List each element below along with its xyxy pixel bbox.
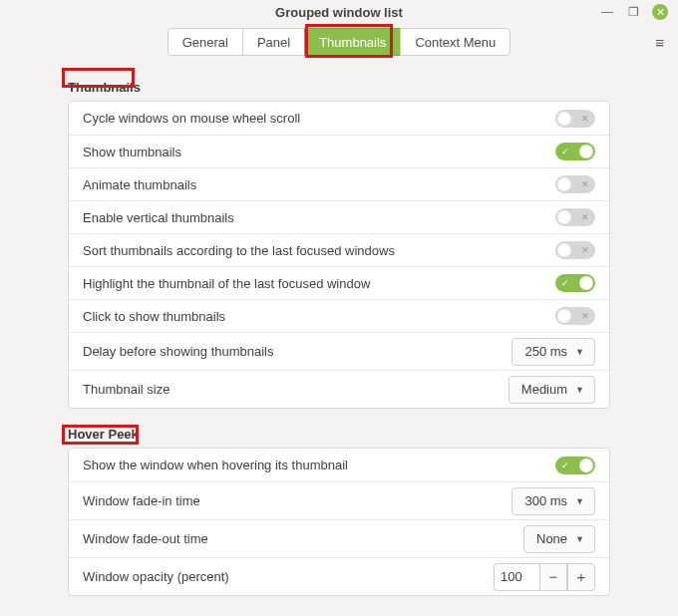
chevron-down-icon: ▼ xyxy=(575,534,584,544)
row-delay: Delay before showing thumbnails 250 ms ▼ xyxy=(69,332,609,370)
tabs-row: General Panel Thumbnails Context Menu ≡ xyxy=(0,22,678,62)
row-label: Sort thumbnails according to the last fo… xyxy=(83,243,395,258)
toggle-enable-vertical[interactable]: ✕ xyxy=(555,208,595,226)
chevron-down-icon: ▼ xyxy=(575,385,584,395)
tabs: General Panel Thumbnails Context Menu xyxy=(168,28,511,56)
tab-general[interactable]: General xyxy=(168,28,243,56)
row-fadeout: Window fade-out time None ▼ xyxy=(69,519,609,557)
row-size: Thumbnail size Medium ▼ xyxy=(69,370,609,408)
check-icon: ✓ xyxy=(561,279,569,288)
opacity-decrement-button[interactable]: − xyxy=(539,563,567,591)
row-label: Show thumbnails xyxy=(83,145,181,159)
close-button[interactable]: ✕ xyxy=(652,4,668,20)
combo-value: Medium xyxy=(521,382,567,397)
combo-fadeout[interactable]: None ▼ xyxy=(523,525,595,553)
chevron-down-icon: ▼ xyxy=(575,347,584,357)
combo-value: 300 ms xyxy=(524,493,567,508)
row-label: Cycle windows on mouse wheel scroll xyxy=(83,111,300,126)
maximize-button[interactable]: ❐ xyxy=(626,5,640,19)
toggle-hover-show[interactable]: ✓ xyxy=(555,457,595,474)
row-highlight-thumbnail: Highlight the thumbnail of the last focu… xyxy=(69,266,609,299)
cross-icon: ✕ xyxy=(581,180,589,189)
spin-opacity: − + xyxy=(494,563,595,591)
toggle-highlight-thumbnail[interactable]: ✓ xyxy=(555,274,595,292)
row-show-thumbnails: Show thumbnails ✓ xyxy=(69,135,609,167)
toggle-animate-thumbnails[interactable]: ✕ xyxy=(555,175,595,193)
combo-fadein[interactable]: 300 ms ▼ xyxy=(511,487,595,515)
opacity-input[interactable] xyxy=(494,563,539,591)
row-opacity: Window opacity (percent) − + xyxy=(69,557,609,595)
toggle-cycle-windows[interactable]: ✕ xyxy=(555,110,595,128)
row-click-to-show: Click to show thumbnails ✕ xyxy=(69,299,609,332)
row-animate-thumbnails: Animate thumbnails ✕ xyxy=(69,167,609,200)
cross-icon: ✕ xyxy=(581,312,589,321)
cross-icon: ✕ xyxy=(581,213,589,222)
tab-label: Context Menu xyxy=(415,35,496,50)
toggle-show-thumbnails[interactable]: ✓ xyxy=(555,143,595,160)
window-title: Grouped window list xyxy=(275,5,403,20)
row-label: Show the window when hovering its thumbn… xyxy=(83,458,348,472)
titlebar: Grouped window list — ❐ ✕ xyxy=(0,0,678,22)
row-cycle-windows: Cycle windows on mouse wheel scroll ✕ xyxy=(69,102,609,135)
content-area: Thumbnails Cycle windows on mouse wheel … xyxy=(0,80,678,596)
hoverpeek-panel: Show the window when hovering its thumbn… xyxy=(68,448,610,596)
tab-label: Panel xyxy=(257,35,290,50)
tab-context-menu[interactable]: Context Menu xyxy=(400,28,510,56)
section-title-thumbnails: Thumbnails xyxy=(68,80,668,95)
hamburger-menu-icon[interactable]: ≡ xyxy=(655,34,664,51)
chevron-down-icon: ▼ xyxy=(575,496,584,506)
row-label: Thumbnail size xyxy=(83,382,170,397)
row-label: Window opacity (percent) xyxy=(83,569,229,584)
cross-icon: ✕ xyxy=(581,114,589,123)
row-enable-vertical: Enable vertical thumbnails ✕ xyxy=(69,200,609,233)
combo-value: None xyxy=(536,531,567,546)
row-hover-show: Show the window when hovering its thumbn… xyxy=(69,449,609,481)
row-label: Highlight the thumbnail of the last focu… xyxy=(83,276,370,291)
row-sort-thumbnails: Sort thumbnails according to the last fo… xyxy=(69,233,609,266)
row-label: Window fade-out time xyxy=(83,531,208,546)
toggle-sort-thumbnails[interactable]: ✕ xyxy=(555,241,595,259)
tab-thumbnails[interactable]: Thumbnails xyxy=(304,28,401,56)
section-title-hoverpeek: Hover Peek xyxy=(68,427,668,442)
row-fadein: Window fade-in time 300 ms ▼ xyxy=(69,481,609,519)
combo-thumbnail-size[interactable]: Medium ▼ xyxy=(508,376,595,404)
combo-value: 250 ms xyxy=(524,344,567,359)
toggle-click-to-show[interactable]: ✕ xyxy=(555,307,595,325)
thumbnails-panel: Cycle windows on mouse wheel scroll ✕ Sh… xyxy=(68,101,610,409)
check-icon: ✓ xyxy=(561,148,569,156)
row-label: Enable vertical thumbnails xyxy=(83,210,234,225)
row-label: Animate thumbnails xyxy=(83,177,196,192)
window-controls: — ❐ ✕ xyxy=(600,4,668,20)
tab-label: Thumbnails xyxy=(319,35,386,50)
opacity-increment-button[interactable]: + xyxy=(567,563,595,591)
row-label: Delay before showing thumbnails xyxy=(83,344,274,359)
check-icon: ✓ xyxy=(561,461,569,469)
tab-panel[interactable]: Panel xyxy=(242,28,305,56)
cross-icon: ✕ xyxy=(581,246,589,255)
row-label: Click to show thumbnails xyxy=(83,309,225,324)
row-label: Window fade-in time xyxy=(83,493,200,508)
minimize-button[interactable]: — xyxy=(600,5,614,19)
combo-delay[interactable]: 250 ms ▼ xyxy=(511,338,595,366)
tab-label: General xyxy=(182,35,228,50)
